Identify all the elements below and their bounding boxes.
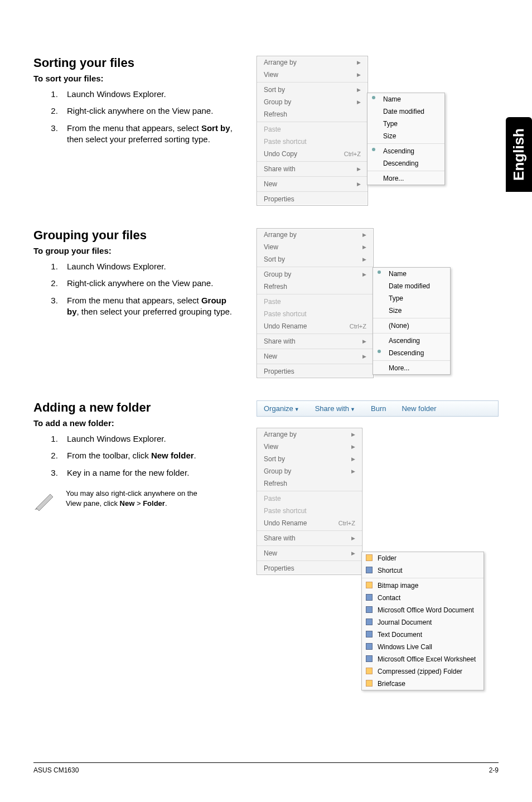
sort-context-menu[interactable]: Arrange by▶View▶Sort by▶Group by▶Refresh… bbox=[257, 56, 368, 206]
submenu-item[interactable]: Compressed (zipped) Folder bbox=[362, 665, 483, 678]
new-context-menu[interactable]: Arrange by▶View▶Sort by▶Group by▶Refresh… bbox=[257, 428, 362, 575]
context-menu-item[interactable]: Arrange by▶ bbox=[257, 56, 367, 69]
context-menu-item[interactable]: Properties bbox=[257, 562, 362, 574]
sorting-sub: To sort your files: bbox=[33, 74, 240, 83]
group-context-menu[interactable]: Arrange by▶View▶Sort by▶Group by▶Refresh… bbox=[257, 228, 374, 378]
submenu-item[interactable]: Microsoft Office Word Document bbox=[362, 604, 483, 616]
sorting-heading: Sorting your files bbox=[33, 56, 240, 70]
context-menu-item: Paste bbox=[257, 492, 362, 505]
submenu-item[interactable]: Name bbox=[373, 268, 450, 280]
sorting-steps: Launch Windows Explorer.Right-click anyw… bbox=[60, 89, 240, 145]
step-item: Key in a name for the new folder. bbox=[60, 467, 240, 479]
context-menu-item[interactable]: Undo CopyCtrl+Z bbox=[257, 148, 367, 160]
submenu-item[interactable]: Size bbox=[373, 305, 450, 317]
submenu-item[interactable]: Text Document bbox=[362, 629, 483, 641]
submenu-item[interactable]: Microsoft Office Excel Worksheet bbox=[362, 653, 483, 665]
context-menu-item[interactable]: Sort by▶ bbox=[257, 453, 362, 465]
context-menu-item: Paste shortcut bbox=[257, 136, 367, 148]
submenu-item[interactable]: Ascending bbox=[373, 335, 450, 347]
step-item: Right-click anywhere on the View pane. bbox=[60, 105, 240, 117]
submenu-item[interactable]: Size bbox=[367, 130, 444, 142]
step-item: From the toolbar, click New folder. bbox=[60, 450, 240, 461]
submenu-item[interactable]: More... bbox=[367, 172, 444, 185]
submenu-item[interactable]: Date modified bbox=[367, 105, 444, 118]
group-submenu[interactable]: NameDate modifiedTypeSize(None)Ascending… bbox=[373, 267, 451, 375]
context-menu-item[interactable]: Group by▶ bbox=[257, 268, 373, 281]
context-menu-item[interactable]: Undo RenameCtrl+Z bbox=[257, 320, 373, 332]
step-item: Launch Windows Explorer. bbox=[60, 433, 240, 445]
submenu-item[interactable]: Type bbox=[367, 118, 444, 130]
grouping-heading: Grouping your files bbox=[33, 228, 240, 243]
submenu-item[interactable]: Bitmap image bbox=[362, 579, 483, 592]
adding-sub: To add a new folder: bbox=[33, 418, 240, 428]
submenu-item[interactable]: (None) bbox=[373, 320, 450, 332]
toolbar-newfolder[interactable]: New folder bbox=[402, 404, 436, 413]
submenu-item[interactable]: Name bbox=[367, 93, 444, 105]
submenu-item[interactable]: Descending bbox=[367, 157, 444, 170]
grouping-sub: To group your files: bbox=[33, 246, 240, 255]
submenu-item[interactable]: Descending bbox=[373, 347, 450, 359]
step-item: Launch Windows Explorer. bbox=[60, 261, 240, 272]
context-menu-item: Paste bbox=[257, 123, 367, 136]
context-menu-item[interactable]: Properties bbox=[257, 365, 373, 378]
context-menu-item[interactable]: Refresh bbox=[257, 477, 362, 490]
submenu-item[interactable]: Ascending bbox=[367, 145, 444, 157]
submenu-item[interactable]: Contact bbox=[362, 592, 483, 604]
context-menu-item: Paste shortcut bbox=[257, 505, 362, 517]
context-menu-item[interactable]: New▶ bbox=[257, 350, 373, 363]
adding-steps: Launch Windows Explorer.From the toolbar… bbox=[60, 433, 240, 479]
grouping-steps: Launch Windows Explorer.Right-click anyw… bbox=[60, 261, 240, 317]
submenu-item[interactable]: Journal Document bbox=[362, 616, 483, 629]
context-menu-item[interactable]: New▶ bbox=[257, 547, 362, 559]
new-submenu[interactable]: FolderShortcutBitmap imageContactMicroso… bbox=[361, 552, 484, 690]
submenu-item[interactable]: Folder bbox=[362, 552, 483, 564]
context-menu-item[interactable]: New▶ bbox=[257, 178, 367, 190]
submenu-item[interactable]: Type bbox=[373, 292, 450, 305]
step-item: From the menu that appears, select Sort … bbox=[60, 123, 240, 146]
context-menu-item[interactable]: Arrange by▶ bbox=[257, 428, 362, 441]
submenu-item[interactable]: Briefcase bbox=[362, 678, 483, 690]
submenu-item[interactable]: Date modified bbox=[373, 280, 450, 292]
step-item: Launch Windows Explorer. bbox=[60, 89, 240, 100]
toolbar-burn[interactable]: Burn bbox=[371, 404, 386, 413]
toolbar-share[interactable]: Share with▼ bbox=[315, 404, 355, 413]
step-item: Right-click anywhere on the View pane. bbox=[60, 278, 240, 289]
context-menu-item[interactable]: Undo RenameCtrl+Z bbox=[257, 517, 362, 529]
pencil-icon bbox=[33, 489, 56, 511]
context-menu-item[interactable]: Share with▶ bbox=[257, 532, 362, 544]
context-menu-item[interactable]: Refresh bbox=[257, 281, 373, 293]
context-menu-item[interactable]: View▶ bbox=[257, 69, 367, 81]
context-menu-item[interactable]: View▶ bbox=[257, 241, 373, 253]
explorer-toolbar: Organize▼ Share with▼ Burn New folder bbox=[257, 400, 499, 417]
context-menu-item[interactable]: Group by▶ bbox=[257, 465, 362, 477]
language-tab: English bbox=[506, 117, 532, 192]
context-menu-item[interactable]: Share with▶ bbox=[257, 335, 373, 347]
context-menu-item: Paste bbox=[257, 296, 373, 308]
toolbar-organize[interactable]: Organize▼ bbox=[264, 404, 299, 413]
adding-note: You may also right-click anywhere on the… bbox=[66, 489, 211, 509]
context-menu-item[interactable]: Refresh bbox=[257, 108, 367, 120]
context-menu-item: Paste shortcut bbox=[257, 308, 373, 320]
context-menu-item[interactable]: View▶ bbox=[257, 441, 362, 453]
sort-submenu[interactable]: NameDate modifiedTypeSizeAscendingDescen… bbox=[367, 93, 445, 185]
submenu-item[interactable]: Shortcut bbox=[362, 564, 483, 577]
submenu-item[interactable]: More... bbox=[373, 362, 450, 374]
context-menu-item[interactable]: Arrange by▶ bbox=[257, 229, 373, 241]
step-item: From the menu that appears, select Group… bbox=[60, 295, 240, 318]
adding-heading: Adding a new folder bbox=[33, 400, 240, 415]
context-menu-item[interactable]: Share with▶ bbox=[257, 163, 367, 175]
context-menu-item[interactable]: Properties bbox=[257, 193, 367, 205]
footer-right: 2-9 bbox=[489, 766, 499, 774]
submenu-item[interactable]: Windows Live Call bbox=[362, 641, 483, 653]
context-menu-item[interactable]: Sort by▶ bbox=[257, 253, 373, 265]
context-menu-item[interactable]: Sort by▶ bbox=[257, 84, 367, 96]
context-menu-item[interactable]: Group by▶ bbox=[257, 96, 367, 108]
footer-left: ASUS CM1630 bbox=[33, 766, 79, 774]
